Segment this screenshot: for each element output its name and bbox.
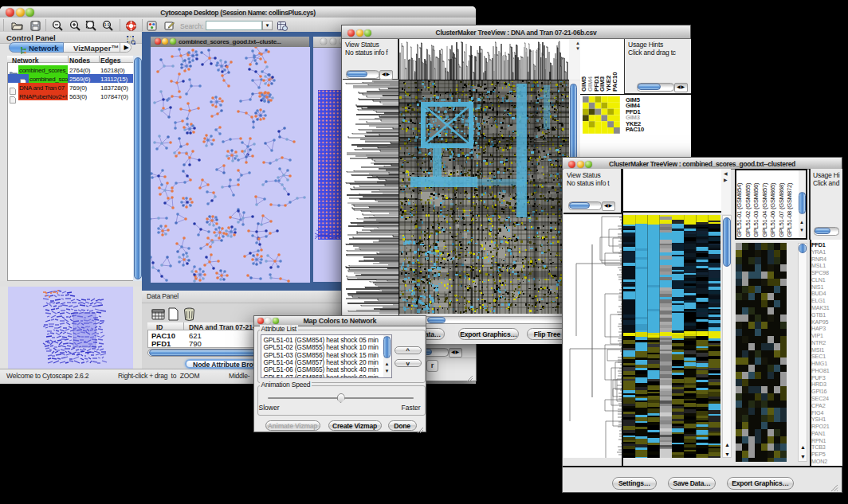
svg-text:PAC10: PAC10 <box>611 72 618 92</box>
svg-text:GPL51-06 (GSM865): GPL51-06 (GSM865) <box>769 182 776 237</box>
svg-text:GPL51-02 (GSM855): GPL51-02 (GSM855) <box>744 182 752 237</box>
svg-text:GPL51-01 (GSM854): GPL51-01 (GSM854) <box>736 182 743 237</box>
svg-text:GPL51-07 (GSM868): GPL51-07 (GSM868) <box>778 182 785 237</box>
svg-text:GPL51-08 (GSM872): GPL51-08 (GSM872) <box>786 182 793 237</box>
svg-text:GPL51-04 (GSM857): GPL51-04 (GSM857) <box>761 182 768 237</box>
svg-text:GPL51-03 (GSM856): GPL51-03 (GSM856) <box>752 182 760 237</box>
svg-text:1:1: 1:1 <box>104 23 110 27</box>
